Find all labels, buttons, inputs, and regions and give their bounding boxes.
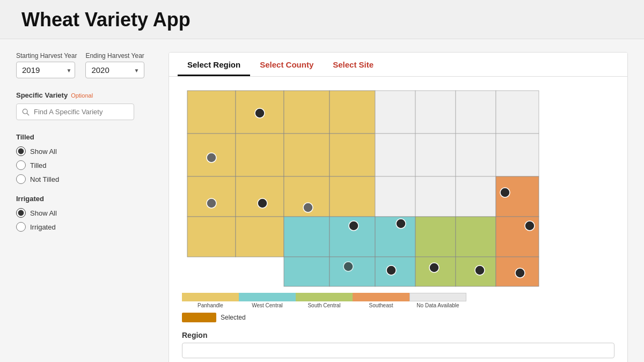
tabs-container: Select Region Select County Select Site (169, 53, 627, 77)
svg-rect-34 (284, 257, 330, 286)
map-container: Panhandle West Central South Central Sou… (169, 77, 627, 331)
legend-westcentral-label: West Central (252, 302, 283, 308)
svg-rect-27 (236, 217, 284, 257)
svg-rect-17 (496, 91, 539, 134)
starting-year-select[interactable]: 2019 2018 2017 (16, 62, 75, 78)
tilled-radio-group: Show All Tilled Not Tilled (16, 146, 156, 184)
svg-point-42 (207, 198, 216, 208)
tilled-showall-label: Show All (30, 147, 57, 156)
svg-rect-18 (375, 134, 415, 176)
tilled-showall-radio[interactable] (16, 146, 26, 156)
region-title: Region (182, 331, 614, 339)
irrigated-filter-title: Irrigated (16, 195, 156, 203)
legend-southeast-label: Southeast (369, 302, 393, 308)
svg-rect-32 (456, 217, 496, 257)
legend-panhandle-label: Panhandle (197, 302, 223, 308)
variety-label: Specific Variety (16, 91, 68, 99)
irrigated-showall-radio[interactable] (16, 208, 26, 218)
legend-nodata-label: No Data Available (416, 302, 459, 308)
svg-point-43 (258, 198, 267, 208)
svg-rect-11 (236, 176, 284, 217)
tilled-filter-section: Tilled Show All Tilled Not Tilled (16, 133, 156, 184)
ending-year-group: Ending Harvest Year 2020 2019 2018 (85, 52, 144, 78)
legend-southcentral-color (296, 293, 353, 301)
nebraska-map[interactable] (182, 85, 547, 289)
svg-rect-24 (456, 176, 496, 217)
svg-point-53 (515, 268, 525, 278)
svg-point-41 (207, 153, 216, 162)
legend-selected-row: Selected (182, 313, 614, 322)
svg-point-48 (386, 265, 396, 275)
tab-select-region[interactable]: Select Region (178, 53, 250, 76)
ending-year-label: Ending Harvest Year (85, 52, 144, 60)
ending-year-select[interactable]: 2020 2019 2018 (85, 62, 144, 78)
tilled-filter-title: Tilled (16, 133, 156, 141)
irrigated-irrigated-item[interactable]: Irrigated (16, 222, 156, 232)
svg-rect-21 (496, 134, 539, 176)
tab-select-county[interactable]: Select County (250, 53, 323, 76)
tilled-nottilled-item[interactable]: Not Tilled (16, 174, 156, 184)
svg-rect-26 (187, 217, 236, 257)
starting-year-select-wrapper[interactable]: 2019 2018 2017 (16, 62, 77, 78)
irrigated-showall-item[interactable]: Show All (16, 208, 156, 218)
variety-optional-badge: Optional (71, 92, 93, 99)
irrigated-filter-section: Irrigated Show All Irrigated (16, 195, 156, 232)
app-header: Wheat Variety App (0, 0, 644, 39)
svg-rect-28 (284, 217, 330, 257)
tilled-nottilled-label: Not Tilled (30, 175, 59, 183)
legend-nodata: No Data Available (409, 293, 466, 308)
variety-section: Specific Variety Optional (16, 91, 156, 120)
svg-point-52 (525, 221, 535, 231)
svg-rect-10 (187, 176, 236, 217)
search-icon (22, 108, 30, 116)
tilled-showall-item[interactable]: Show All (16, 146, 156, 156)
tab-select-site[interactable]: Select Site (323, 53, 383, 76)
harvest-year-row: Starting Harvest Year 2019 2018 2017 End… (16, 52, 156, 78)
legend-southeast-color (353, 293, 409, 301)
legend-nodata-color (409, 293, 466, 301)
svg-rect-15 (415, 91, 456, 134)
app-title: Wheat Variety App (21, 9, 623, 31)
legend-westcentral: West Central (239, 293, 296, 308)
irrigated-irrigated-label: Irrigated (30, 223, 56, 231)
svg-point-51 (500, 188, 510, 197)
svg-point-47 (343, 262, 353, 271)
right-panel: Select Region Select County Select Site (169, 52, 628, 362)
main-content: Starting Harvest Year 2019 2018 2017 End… (0, 39, 644, 362)
svg-rect-4 (284, 91, 330, 134)
svg-rect-19 (415, 134, 456, 176)
svg-rect-5 (330, 91, 375, 134)
variety-search-input[interactable] (34, 108, 128, 116)
legend-southcentral: South Central (296, 293, 353, 308)
legend-southeast: Southeast (353, 293, 409, 308)
variety-label-row: Specific Variety Optional (16, 91, 156, 99)
svg-rect-23 (415, 176, 456, 217)
legend-row: Panhandle West Central South Central Sou… (182, 293, 614, 308)
legend-westcentral-color (239, 293, 296, 301)
tilled-tilled-item[interactable]: Tilled (16, 160, 156, 170)
svg-point-50 (475, 265, 485, 275)
starting-year-group: Starting Harvest Year 2019 2018 2017 (16, 52, 77, 78)
tilled-tilled-label: Tilled (30, 161, 47, 169)
svg-rect-20 (456, 134, 496, 176)
tilled-tilled-radio[interactable] (16, 160, 26, 170)
legend-selected-color (182, 313, 216, 322)
svg-point-40 (255, 108, 265, 118)
left-panel: Starting Harvest Year 2019 2018 2017 End… (16, 52, 156, 362)
svg-rect-2 (187, 91, 236, 134)
starting-year-label: Starting Harvest Year (16, 52, 77, 60)
irrigated-radio-group: Show All Irrigated (16, 208, 156, 232)
svg-line-1 (27, 113, 29, 115)
svg-rect-31 (415, 217, 456, 257)
ending-year-select-wrapper[interactable]: 2020 2019 2018 (85, 62, 144, 78)
svg-point-44 (303, 203, 313, 212)
svg-rect-9 (330, 134, 375, 176)
svg-rect-8 (284, 134, 330, 176)
variety-search-box[interactable] (16, 104, 134, 120)
region-input[interactable] (182, 343, 614, 358)
irrigated-irrigated-radio[interactable] (16, 222, 26, 232)
svg-point-46 (396, 219, 406, 228)
svg-rect-16 (456, 91, 496, 134)
svg-rect-35 (330, 257, 375, 286)
tilled-nottilled-radio[interactable] (16, 174, 26, 184)
